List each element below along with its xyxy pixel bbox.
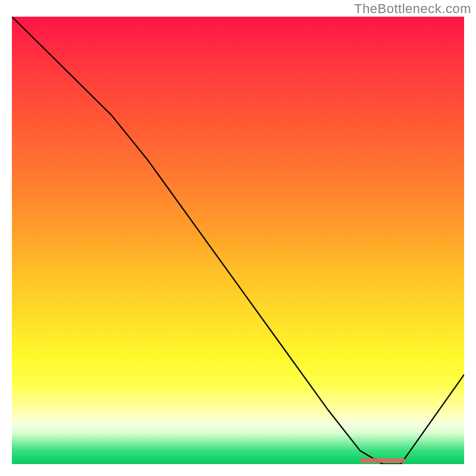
plot-area (12, 17, 464, 464)
curve-svg (12, 17, 464, 464)
optimal-range-marker (360, 458, 405, 463)
watermark-text: TheBottleneck.com (354, 1, 471, 17)
bottleneck-curve-path (12, 17, 464, 464)
